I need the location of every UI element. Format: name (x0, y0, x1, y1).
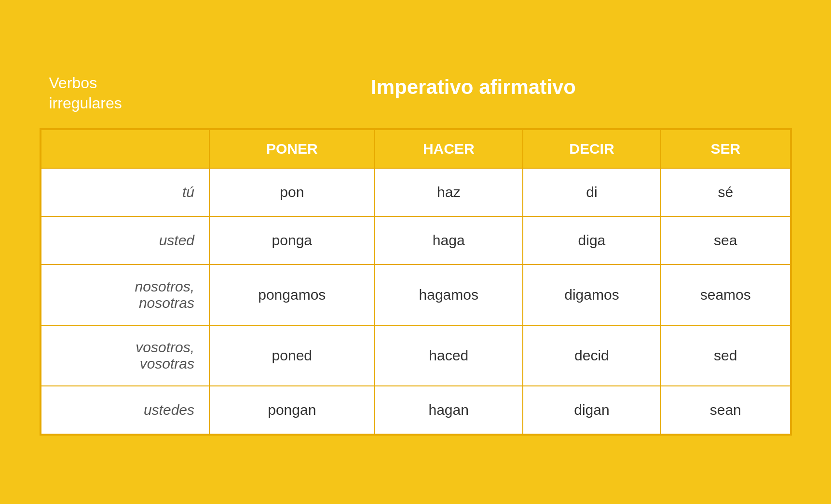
col-header-ser: SER (661, 130, 790, 168)
col-header-hacer: HACER (375, 130, 523, 168)
subject-tu: tú (41, 168, 210, 216)
table-row: usted ponga haga diga sea (41, 216, 790, 265)
hacer-vosotros: haced (375, 325, 523, 386)
sidebar-title-line1: Verbos (49, 74, 97, 92)
table-row: nosotros,nosotras pongamos hagamos digam… (41, 265, 790, 325)
subject-ustedes: ustedes (41, 386, 210, 434)
decir-ustedes: digan (523, 386, 661, 434)
header-area: Verbos irregulares Imperativo afirmativo (30, 59, 802, 123)
ser-ustedes: sean (661, 386, 790, 434)
table-row: tú pon haz di sé (41, 168, 790, 216)
main-title: Imperativo afirmativo (155, 73, 792, 99)
sidebar-title: Verbos irregulares (49, 73, 155, 113)
table-row: ustedes pongan hagan digan sean (41, 386, 790, 434)
table-header-row: PONER HACER DECIR SER (41, 130, 790, 168)
subject-vosotros: vosotros,vosotras (41, 325, 210, 386)
ser-tu: sé (661, 168, 790, 216)
col-header-poner: PONER (209, 130, 375, 168)
decir-usted: diga (523, 216, 661, 265)
ser-usted: sea (661, 216, 790, 265)
table-row: vosotros,vosotras poned haced decid sed (41, 325, 790, 386)
conjugation-table: PONER HACER DECIR SER tú pon haz di sé u… (41, 129, 791, 435)
poner-vosotros: poned (209, 325, 375, 386)
sidebar-title-line2: irregulares (49, 94, 122, 112)
poner-ustedes: pongan (209, 386, 375, 434)
main-container: Verbos irregulares Imperativo afirmativo… (30, 59, 802, 445)
poner-nosotros: pongamos (209, 265, 375, 325)
subject-usted: usted (41, 216, 210, 265)
hacer-usted: haga (375, 216, 523, 265)
hacer-ustedes: hagan (375, 386, 523, 434)
decir-tu: di (523, 168, 661, 216)
hacer-nosotros: hagamos (375, 265, 523, 325)
poner-usted: ponga (209, 216, 375, 265)
subject-nosotros: nosotros,nosotras (41, 265, 210, 325)
col-header-subject (41, 130, 210, 168)
hacer-tu: haz (375, 168, 523, 216)
ser-nosotros: seamos (661, 265, 790, 325)
decir-nosotros: digamos (523, 265, 661, 325)
table-wrapper: PONER HACER DECIR SER tú pon haz di sé u… (40, 128, 792, 436)
ser-vosotros: sed (661, 325, 790, 386)
decir-vosotros: decid (523, 325, 661, 386)
col-header-decir: DECIR (523, 130, 661, 168)
poner-tu: pon (209, 168, 375, 216)
